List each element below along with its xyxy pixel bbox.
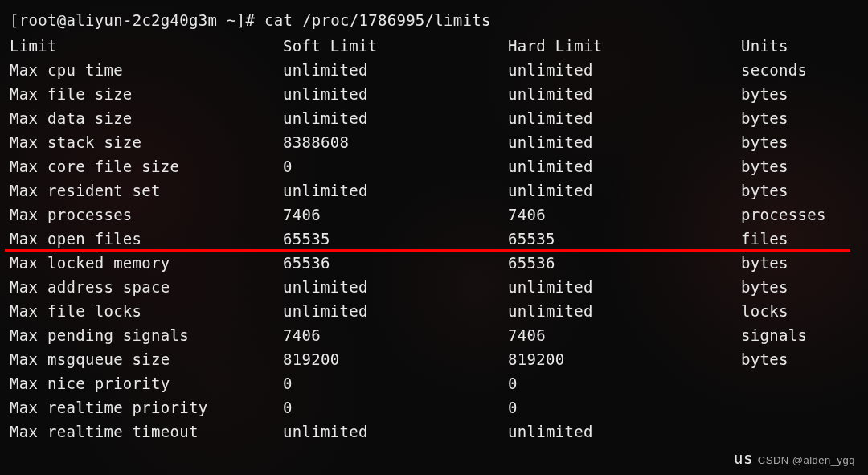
cell-units: bytes bbox=[741, 106, 858, 130]
table-row: Max msgqueue size819200819200bytes bbox=[10, 347, 858, 371]
cell-limit: Max realtime timeout bbox=[10, 420, 283, 444]
cell-soft-limit: unlimited bbox=[283, 106, 508, 130]
cell-hard-limit: unlimited bbox=[508, 299, 741, 323]
table-row: Max data sizeunlimitedunlimitedbytes bbox=[10, 106, 858, 130]
cell-soft-limit: 7406 bbox=[283, 203, 508, 227]
table-row: Max resident setunlimitedunlimitedbytes bbox=[10, 178, 858, 203]
table-row: Max pending signals74067406signals bbox=[10, 323, 858, 347]
cell-hard-limit: 7406 bbox=[508, 203, 741, 227]
cell-soft-limit: 0 bbox=[283, 395, 508, 420]
cell-soft-limit: 7406 bbox=[283, 323, 508, 347]
prompt-space bbox=[217, 11, 227, 29]
cell-units: bytes bbox=[741, 82, 858, 106]
prompt-user: root bbox=[19, 11, 57, 29]
cell-limit: Max msgqueue size bbox=[10, 347, 283, 371]
cell-soft-limit: 0 bbox=[283, 154, 508, 178]
cell-limit: Max realtime priority bbox=[10, 395, 283, 420]
cell-hard-limit: unlimited bbox=[508, 275, 741, 299]
cell-limit: Max resident set bbox=[10, 178, 283, 203]
cell-hard-limit: unlimited bbox=[508, 420, 741, 444]
cell-units: processes bbox=[741, 203, 858, 227]
prompt-host: aliyun-2c2g40g3m bbox=[66, 11, 217, 29]
cell-units: bytes bbox=[741, 251, 858, 275]
prompt-at: @ bbox=[57, 11, 67, 29]
cell-soft-limit: unlimited bbox=[283, 82, 508, 106]
cell-soft-limit: unlimited bbox=[283, 420, 508, 444]
table-row: Max file sizeunlimitedunlimitedbytes bbox=[10, 82, 858, 106]
table-row: Max core file size0unlimitedbytes bbox=[10, 154, 858, 178]
cell-limit: Max file size bbox=[10, 82, 283, 106]
cell-limit: Max file locks bbox=[10, 299, 283, 323]
table-row: Max realtime timeoutunlimitedunlimited bbox=[10, 420, 858, 444]
cell-limit: Max open files bbox=[10, 227, 283, 251]
cell-hard-limit: unlimited bbox=[508, 154, 741, 178]
cell-hard-limit: 0 bbox=[508, 371, 741, 395]
table-header-row: Limit Soft Limit Hard Limit Units bbox=[10, 34, 858, 58]
table-row: Max address spaceunlimitedunlimitedbytes bbox=[10, 275, 858, 299]
table-row: Max processes74067406processes bbox=[10, 203, 858, 227]
cell-units bbox=[741, 395, 858, 420]
cell-hard-limit: unlimited bbox=[508, 82, 741, 106]
header-hard: Hard Limit bbox=[508, 34, 741, 58]
cell-limit: Max stack size bbox=[10, 130, 283, 154]
cell-soft-limit: 65536 bbox=[283, 251, 508, 275]
cell-units: files bbox=[741, 227, 858, 251]
cell-limit: Max cpu time bbox=[10, 58, 283, 82]
limits-table: Limit Soft Limit Hard Limit Units Max cp… bbox=[10, 34, 858, 444]
cell-soft-limit: 0 bbox=[283, 371, 508, 395]
table-row: Max cpu timeunlimitedunlimitedseconds bbox=[10, 58, 858, 82]
prompt-open: [ bbox=[10, 11, 19, 29]
cell-units: bytes bbox=[741, 130, 858, 154]
cell-limit: Max core file size bbox=[10, 154, 283, 178]
cell-units: bytes bbox=[741, 275, 858, 299]
cell-hard-limit: unlimited bbox=[508, 58, 741, 82]
cell-hard-limit: 7406 bbox=[508, 323, 741, 347]
cell-soft-limit: 819200 bbox=[283, 347, 508, 371]
cell-units bbox=[741, 420, 858, 444]
cell-hard-limit: 65535 bbox=[508, 227, 741, 251]
cell-soft-limit: 65535 bbox=[283, 227, 508, 251]
command-text[interactable]: cat /proc/1786995/limits bbox=[264, 11, 491, 29]
cell-units: bytes bbox=[741, 154, 858, 178]
cell-soft-limit: unlimited bbox=[283, 178, 508, 203]
last-units-fragment: us bbox=[734, 449, 753, 467]
header-soft: Soft Limit bbox=[283, 34, 508, 58]
table-row: Max open files6553565535files bbox=[10, 227, 858, 251]
cell-limit: Max processes bbox=[10, 203, 283, 227]
prompt-cwd: ~ bbox=[227, 11, 236, 29]
cell-soft-limit: unlimited bbox=[283, 275, 508, 299]
prompt-space2 bbox=[255, 11, 264, 29]
prompt-close: ] bbox=[236, 11, 246, 29]
cell-soft-limit: unlimited bbox=[283, 299, 508, 323]
cell-units: signals bbox=[741, 323, 858, 347]
watermark-text: CSDN @alden_ygq bbox=[758, 454, 855, 466]
terminal-prompt-line: [root@aliyun-2c2g40g3m ~]# cat /proc/178… bbox=[10, 8, 858, 32]
cell-units: bytes bbox=[741, 347, 858, 371]
cell-units: seconds bbox=[741, 58, 858, 82]
cell-limit: Max data size bbox=[10, 106, 283, 130]
cell-limit: Max nice priority bbox=[10, 371, 283, 395]
header-units: Units bbox=[741, 34, 858, 58]
cell-units: locks bbox=[741, 299, 858, 323]
cell-soft-limit: unlimited bbox=[283, 58, 508, 82]
cell-hard-limit: 65536 bbox=[508, 251, 741, 275]
cell-limit: Max pending signals bbox=[10, 323, 283, 347]
prompt-symbol: # bbox=[246, 11, 256, 29]
cell-hard-limit: 0 bbox=[508, 395, 741, 420]
cell-units: bytes bbox=[741, 178, 858, 203]
cell-hard-limit: 819200 bbox=[508, 347, 741, 371]
cell-hard-limit: unlimited bbox=[508, 106, 741, 130]
table-row: Max stack size8388608unlimitedbytes bbox=[10, 130, 858, 154]
cell-units bbox=[741, 371, 858, 395]
header-limit: Limit bbox=[10, 34, 283, 58]
cell-limit: Max locked memory bbox=[10, 251, 283, 275]
table-row: Max file locksunlimitedunlimitedlocks bbox=[10, 299, 858, 323]
cell-hard-limit: unlimited bbox=[508, 178, 741, 203]
table-row: Max realtime priority00 bbox=[10, 395, 858, 420]
table-row: Max nice priority00 bbox=[10, 371, 858, 395]
table-row: Max locked memory6553665536bytes bbox=[10, 251, 858, 275]
cell-limit: Max address space bbox=[10, 275, 283, 299]
watermark: usCSDN @alden_ygq bbox=[734, 446, 855, 470]
cell-soft-limit: 8388608 bbox=[283, 130, 508, 154]
highlight-underline bbox=[5, 249, 850, 252]
